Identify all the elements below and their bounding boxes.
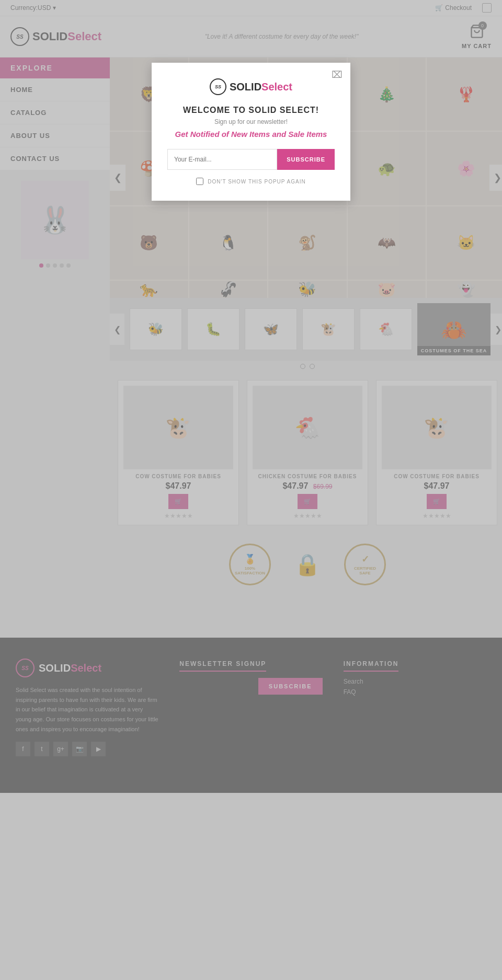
popup-form: SUBSCRIBE [167, 149, 335, 170]
popup-close-button[interactable]: ⌧ [332, 69, 343, 80]
popup-title: WELCOME TO SOLID SELECT! [167, 106, 335, 115]
popup: ⌧ SS SOLIDSelect WELCOME TO SOLID SELECT… [152, 63, 350, 201]
popup-logo-icon: SS [210, 78, 226, 95]
popup-logo: SS SOLIDSelect [167, 78, 335, 95]
popup-logo-text: SOLIDSelect [230, 81, 292, 93]
popup-email-input[interactable] [167, 149, 277, 170]
popup-subscribe-button[interactable]: SUBSCRIBE [277, 149, 335, 170]
popup-checkbox[interactable] [196, 178, 203, 185]
popup-checkbox-row: DON'T SHOW THIS POPUP AGAIN [167, 178, 335, 185]
overlay[interactable]: ⌧ SS SOLIDSelect WELCOME TO SOLID SELECT… [0, 0, 502, 980]
popup-checkbox-label: DON'T SHOW THIS POPUP AGAIN [208, 179, 305, 185]
popup-subtitle: Sign up for our newsletter! [167, 118, 335, 125]
popup-highlight: Get Notified of New Items and Sale Items [167, 130, 335, 139]
